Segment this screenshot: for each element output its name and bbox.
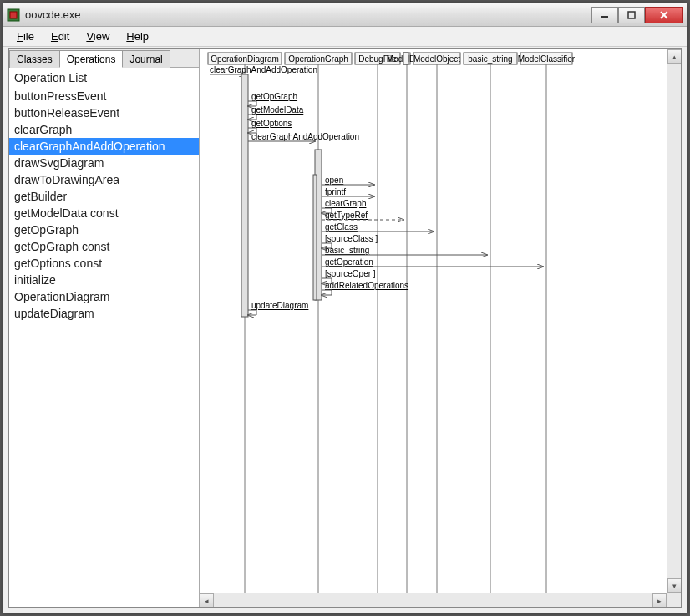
titlebar[interactable]: oovcde.exe ✕	[3, 3, 687, 27]
svg-text:ModelClassifier: ModelClassifier	[518, 54, 576, 64]
maximize-button[interactable]	[618, 7, 645, 23]
svg-text:open: open	[325, 176, 343, 185]
scroll-up-button[interactable]: ▴	[667, 49, 681, 64]
diagram-pane[interactable]: OperationDiagramOperationGraphDebugFileM…	[200, 49, 681, 607]
tab-journal[interactable]: Journal	[122, 50, 170, 68]
list-item[interactable]: getOpGraph const	[9, 238, 199, 255]
svg-text:[sourceClass ]: [sourceClass ]	[325, 234, 378, 243]
svg-text:basic_string: basic_string	[468, 54, 512, 64]
svg-text:OperationGraph: OperationGraph	[288, 54, 348, 64]
list-item[interactable]: drawSvgDiagram	[9, 155, 199, 171]
list-item[interactable]: drawToDrawingArea	[9, 171, 199, 188]
svg-text:getTypeRef: getTypeRef	[325, 211, 368, 220]
svg-text:fprintf: fprintf	[325, 187, 346, 196]
svg-rect-25	[403, 53, 408, 64]
scroll-right-button[interactable]: ▸	[652, 593, 667, 607]
svg-text:getOperation: getOperation	[325, 257, 373, 267]
svg-text:clearGraph: clearGraph	[325, 199, 366, 208]
svg-text:getClass: getClass	[325, 222, 358, 232]
app-window: oovcde.exe ✕ File Edit View Help Classes…	[3, 3, 687, 613]
list-item[interactable]: OperationDiagram	[9, 288, 199, 305]
horizontal-scrollbar[interactable]: ◂ ▸	[200, 593, 681, 607]
menubar: File Edit View Help	[3, 27, 687, 47]
list-item[interactable]: getModelData const	[9, 205, 199, 221]
sequence-diagram[interactable]: OperationDiagramOperationGraphDebugFileM…	[200, 49, 680, 601]
left-pane: Classes Operations Journal Operation Lis…	[9, 49, 200, 607]
list-item[interactable]: getOptions const	[9, 255, 199, 272]
list-item[interactable]: getBuilder	[9, 188, 199, 205]
svg-text:getOptions: getOptions	[251, 119, 292, 128]
vertical-scrollbar[interactable]: ▴ ▾	[667, 49, 681, 593]
svg-text:getModelData: getModelData	[251, 105, 304, 115]
list-item[interactable]: buttonReleaseEvent	[9, 104, 199, 121]
menu-file[interactable]: File	[8, 28, 43, 44]
svg-text:updateDiagram: updateDiagram	[251, 301, 308, 310]
app-icon	[7, 8, 20, 22]
list-item[interactable]: getOpGraph	[9, 221, 199, 238]
list-item[interactable]: updateDiagram	[9, 305, 199, 322]
svg-rect-1	[10, 12, 17, 18]
svg-rect-28	[241, 74, 248, 317]
svg-text:ModelObject: ModelObject	[413, 54, 460, 64]
minimize-button[interactable]	[591, 7, 618, 23]
window-title: oovcde.exe	[25, 8, 591, 21]
scroll-corner	[667, 593, 681, 607]
menu-edit[interactable]: Edit	[43, 28, 78, 44]
svg-text:basic_string: basic_string	[325, 246, 369, 255]
list-item[interactable]: initialize	[9, 272, 199, 288]
svg-rect-3	[628, 12, 635, 18]
tab-operations[interactable]: Operations	[59, 50, 124, 68]
svg-rect-35	[313, 175, 317, 300]
scroll-down-button[interactable]: ▾	[667, 578, 681, 593]
svg-text:clearGraphAndAddOperation: clearGraphAndAddOperation	[210, 65, 317, 74]
client-area: Classes Operations Journal Operation Lis…	[8, 48, 682, 608]
svg-text:OperationDiagram: OperationDiagram	[211, 54, 279, 64]
list-item[interactable]: clearGraph	[9, 121, 199, 138]
svg-text:clearGraphAndAddOperation: clearGraphAndAddOperation	[251, 132, 359, 141]
list-item[interactable]: clearGraphAndAddOperation	[9, 138, 199, 155]
menu-view[interactable]: View	[78, 28, 118, 44]
svg-text:getOpGraph: getOpGraph	[251, 92, 297, 101]
close-button[interactable]: ✕	[645, 7, 683, 23]
menu-help[interactable]: Help	[118, 28, 157, 44]
svg-text:addRelatedOperations: addRelatedOperations	[325, 281, 408, 290]
svg-text:[sourceOper ]: [sourceOper ]	[325, 269, 376, 278]
list-item[interactable]: buttonPressEvent	[9, 88, 199, 104]
tab-strip: Classes Operations Journal	[9, 49, 199, 68]
scroll-left-button[interactable]: ◂	[200, 593, 214, 607]
oplist-header: Operation List	[9, 68, 199, 88]
operation-list[interactable]: buttonPressEventbuttonReleaseEventclearG…	[9, 88, 199, 607]
tab-classes[interactable]: Classes	[9, 50, 60, 68]
